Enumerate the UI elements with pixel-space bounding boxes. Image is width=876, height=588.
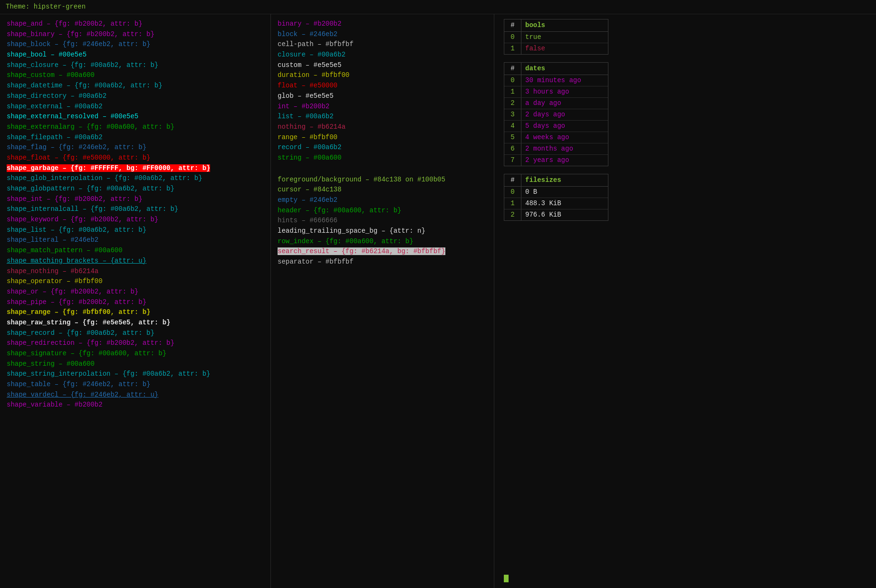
table-row: 6 2 months ago — [504, 143, 608, 155]
bools-table-header: # bools — [504, 19, 608, 32]
list-item: shape_match_pattern – #00a600 — [7, 246, 264, 256]
list-item: shape_table – {fg: #246eb2, attr: b} — [7, 379, 264, 390]
list-item: shape_float – {fg: #e50000, attr: b} — [7, 153, 264, 163]
list-item: shape_pipe – {fg: #b200b2, attr: b} — [7, 297, 264, 308]
row-index: 6 — [504, 143, 521, 154]
bools-label-header: bools — [521, 19, 549, 31]
list-item: custom – #e5e5e5 — [278, 60, 487, 71]
list-item: cursor – #84c138 — [278, 185, 487, 195]
filesizes-hash-header: # — [504, 174, 521, 186]
row-index: 0 — [504, 32, 521, 43]
row-index: 1 — [504, 43, 521, 54]
list-item: shape_datetime – {fg: #00a6b2, attr: b} — [7, 81, 264, 91]
list-item: range – #bfbf00 — [278, 133, 487, 143]
row-value: 2 years ago — [521, 155, 573, 166]
list-item: shape_matching_brackets – {attr: u} — [7, 256, 264, 266]
dates-table: # dates 0 30 minutes ago 1 3 hours ago 2… — [504, 62, 608, 166]
list-item: shape_directory – #00a6b2 — [7, 91, 264, 102]
middle-column: binary – #b200b2 block – #246eb2 cell-pa… — [271, 14, 494, 588]
row-value: 3 hours ago — [521, 86, 573, 97]
list-item: list – #00a6b2 — [278, 112, 487, 122]
list-item-search-result: search_result – {fg: #b6214a, bg: #bfbfb… — [278, 247, 487, 257]
dates-label-header: dates — [521, 63, 549, 75]
cursor-indicator — [504, 571, 866, 583]
list-item: block – #246eb2 — [278, 29, 487, 40]
list-item: shape_int – {fg: #b200b2, attr: b} — [7, 194, 264, 205]
list-item: shape_range – {fg: #bfbf00, attr: b} — [7, 307, 264, 318]
list-item: shape_flag – {fg: #246eb2, attr: b} — [7, 142, 264, 153]
list-item: foreground/background – #84c138 on #100b… — [278, 175, 487, 185]
table-row: 2 a day ago — [504, 98, 608, 109]
list-item: shape_internalcall – {fg: #00a6b2, attr:… — [7, 204, 264, 215]
row-value: false — [521, 43, 549, 54]
row-index: 2 — [504, 98, 521, 109]
filesizes-table-header: # filesizes — [504, 174, 608, 187]
list-item: shape_external – #00a6b2 — [7, 102, 264, 112]
list-item: shape_bool – #00e5e5 — [7, 50, 264, 60]
row-value: 2 days ago — [521, 109, 569, 120]
list-item: int – #b200b2 — [278, 102, 487, 112]
filesizes-table: # filesizes 0 0 B 1 488.3 KiB 2 976.6 Ki… — [504, 174, 608, 221]
list-item: hints – #666666 — [278, 216, 487, 226]
table-row: 1 488.3 KiB — [504, 198, 608, 209]
bools-table: # bools 0 true 1 false — [504, 19, 608, 55]
list-item: shape_block – {fg: #246eb2, attr: b} — [7, 39, 264, 50]
list-item: closure – #00a6b2 — [278, 50, 487, 60]
list-item-garbage: shape_garbage – {fg: #FFFFFF, bg: #FF000… — [7, 163, 264, 174]
row-index: 2 — [504, 209, 521, 220]
row-index: 0 — [504, 187, 521, 198]
list-item: shape_list – {fg: #00a6b2, attr: b} — [7, 225, 264, 236]
list-item: shape_redirection – {fg: #b200b2, attr: … — [7, 338, 264, 349]
list-item: shape_string – #00a600 — [7, 359, 264, 370]
row-index: 4 — [504, 121, 521, 132]
row-value: 0 B — [521, 187, 543, 198]
table-row: 5 4 weeks ago — [504, 132, 608, 143]
list-item: shape_or – {fg: #b200b2, attr: b} — [7, 287, 264, 297]
list-item: duration – #bfbf00 — [278, 70, 487, 81]
list-item: binary – #b200b2 — [278, 19, 487, 29]
table-row: 2 976.6 KiB — [504, 209, 608, 220]
list-item: shape_filepath – #00a6b2 — [7, 133, 264, 143]
main-container: shape_and – {fg: #b200b2, attr: b} shape… — [0, 14, 876, 588]
list-item: shape_vardecl – {fg: #246eb2, attr: u} — [7, 390, 264, 400]
row-value: a day ago — [521, 98, 565, 109]
list-item: nothing – #b6214a — [278, 122, 487, 133]
list-item: leading_trailing_space_bg – {attr: n} — [278, 226, 487, 237]
left-column: shape_and – {fg: #b200b2, attr: b} shape… — [0, 14, 271, 588]
list-item: shape_operator – #bfbf00 — [7, 276, 264, 287]
list-item: shape_signature – {fg: #00a600, attr: b} — [7, 349, 264, 359]
list-item: row_index – {fg: #00a600, attr: b} — [278, 237, 487, 247]
list-item: shape_literal – #246eb2 — [7, 235, 264, 246]
row-index: 0 — [504, 75, 521, 86]
row-index: 1 — [504, 86, 521, 97]
list-item: cell-path – #bfbfbf — [278, 39, 487, 50]
dates-hash-header: # — [504, 63, 521, 75]
row-index: 3 — [504, 109, 521, 120]
table-row: 0 true — [504, 32, 608, 43]
list-item: shape_nothing – #b6214a — [7, 266, 264, 277]
list-item: shape_external_resolved – #00e5e5 — [7, 112, 264, 122]
theme-bar: Theme: hipster-green — [0, 0, 876, 14]
row-value: 488.3 KiB — [521, 198, 567, 209]
list-item: string – #00a600 — [278, 153, 487, 163]
table-row: 7 2 years ago — [504, 155, 608, 166]
list-item: shape_globpattern – {fg: #00a6b2, attr: … — [7, 184, 264, 194]
row-value: 2 months ago — [521, 143, 577, 154]
list-item: shape_custom – #00a600 — [7, 70, 264, 81]
right-column: # bools 0 true 1 false # dates 0 30 minu… — [494, 14, 876, 588]
list-item: shape_closure – {fg: #00a6b2, attr: b} — [7, 60, 264, 71]
row-value: 4 weeks ago — [521, 132, 573, 143]
row-value: 30 minutes ago — [521, 75, 585, 86]
table-row: 1 false — [504, 43, 608, 54]
table-row: 1 3 hours ago — [504, 86, 608, 98]
list-item: separator – #bfbfbf — [278, 257, 487, 267]
table-row: 3 2 days ago — [504, 109, 608, 121]
row-index: 7 — [504, 155, 521, 166]
list-item: header – {fg: #00a600, attr: b} — [278, 206, 487, 216]
table-row: 0 30 minutes ago — [504, 75, 608, 86]
list-item: shape_record – {fg: #00a6b2, attr: b} — [7, 328, 264, 339]
row-value: 976.6 KiB — [521, 209, 567, 220]
cursor-block — [504, 575, 509, 582]
list-item: shape_glob_interpolation – {fg: #00a6b2,… — [7, 173, 264, 184]
list-item: shape_keyword – {fg: #b200b2, attr: b} — [7, 215, 264, 225]
